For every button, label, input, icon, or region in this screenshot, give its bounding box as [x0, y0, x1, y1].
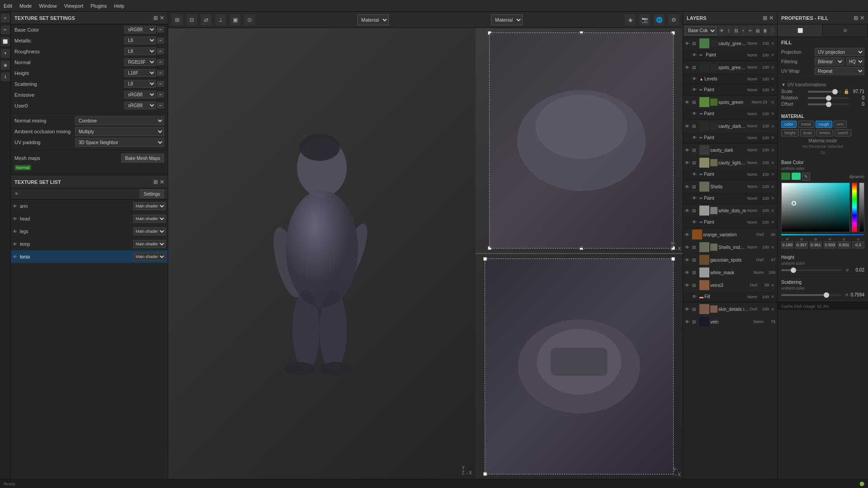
viewport-split[interactable]: Y↑Z→X — [476, 28, 683, 479]
layer-shells-x[interactable]: ✕ — [770, 184, 775, 189]
texture-set-head[interactable]: 👁 head Main shader — [11, 212, 168, 225]
channel-height-format[interactable]: L16F — [124, 69, 156, 77]
layer-vein[interactable]: 👁 ▤ vein Norm 79 — [683, 315, 777, 328]
ao-mixing-select[interactable]: Multiply — [75, 127, 164, 136]
eye-wd[interactable]: 👁 — [685, 208, 691, 213]
texture-set-list-pin[interactable]: ⊞ — [153, 179, 158, 185]
layer-shells-instance[interactable]: 👁 ▤ Shells_instance inst. Norm 100 ✕ — [683, 241, 777, 253]
channel-scattering-format[interactable]: L8 — [124, 80, 156, 88]
torso-shader-select[interactable]: Main shader — [133, 253, 166, 261]
eye-gs[interactable]: 👁 — [685, 258, 691, 263]
layers-close[interactable]: ✕ — [769, 15, 774, 21]
prop-tab-settings[interactable]: ⚙ — [823, 24, 868, 37]
filtering-select1[interactable]: Bilinear — [815, 57, 844, 66]
paint-x-clm[interactable]: ✕ — [770, 172, 775, 177]
paint-sgm[interactable]: 👁 ✏ Paint Norm 100 ✕ — [683, 84, 777, 95]
layer-veins3[interactable]: 👁 ▤ veins3 Ovrl 58 ✕ — [683, 279, 777, 291]
eye-paint-clm[interactable]: 👁 — [692, 172, 698, 177]
pin-icon[interactable]: ⊞ — [153, 15, 158, 21]
handle-bl-tr[interactable] — [671, 257, 675, 261]
viewport-icon-record[interactable]: ⊙ — [244, 14, 255, 25]
eye-shells[interactable]: 👁 — [685, 184, 691, 189]
rotation-thumb[interactable] — [826, 95, 831, 101]
eye-paint-cdm[interactable]: 👁 — [692, 135, 698, 140]
channel-roughness-minus[interactable]: − — [157, 48, 164, 54]
legs-shader-select[interactable]: Main shader — [133, 227, 166, 235]
layer-clm-x[interactable]: ✕ — [770, 160, 775, 165]
layer-orange-variation[interactable]: 👁 orange_variation Ovrl 40 — [683, 228, 777, 241]
channel-metallic-minus[interactable]: − — [157, 38, 164, 43]
eye-ov[interactable]: 👁 — [685, 232, 691, 237]
creature-3d-viewport[interactable]: YZ→X — [168, 28, 476, 479]
layer-cavity-green-x[interactable]: ✕ — [770, 41, 775, 46]
menu-window[interactable]: Window — [39, 3, 57, 9]
offset-thumb[interactable] — [826, 102, 831, 107]
viewport-icon-align[interactable]: ⊥ — [215, 14, 226, 25]
eye-paint-sg[interactable]: 👁 — [692, 111, 698, 116]
menu-edit[interactable]: Edit — [4, 3, 12, 9]
layers-scroll[interactable]: 👁 ▤ cavity_green_mask Norm 100 ✕ 👁 ✏ Pai… — [683, 37, 777, 479]
paint-x-shells[interactable]: ✕ — [770, 196, 775, 201]
channel-height-minus[interactable]: − — [157, 70, 164, 76]
lock-icon[interactable]: 🔒 — [844, 89, 849, 94]
layer-cavity-dark[interactable]: 👁 ▤ cavity_dark Norm 100 ✕ — [683, 144, 777, 156]
h-input[interactable] — [824, 241, 836, 249]
viewport-split-bottom[interactable]: Y↑→X — [476, 254, 683, 479]
g-input[interactable] — [795, 241, 807, 249]
head-shader-select[interactable]: Main shader — [133, 215, 166, 223]
eye-v3[interactable]: 👁 — [685, 283, 691, 288]
layer-skin-details[interactable]: 👁 ▤ skin_details instance Ovrl 100 ✕ — [683, 303, 777, 315]
eye-icon-temp[interactable]: 👁 — [13, 242, 19, 247]
channel-user0-minus[interactable]: − — [157, 103, 164, 108]
paint-clm[interactable]: 👁 ✏ Paint Norm 100 ✕ — [683, 169, 777, 180]
b-input[interactable] — [810, 241, 822, 249]
left-icon-info[interactable]: ℹ — [1, 72, 10, 81]
texture-set-temp[interactable]: 👁 temp Main shader — [11, 238, 168, 250]
scattering-thumb[interactable] — [824, 292, 829, 298]
bake-mesh-maps-button[interactable]: Bake Mesh Maps — [121, 154, 164, 163]
fill-v3[interactable]: 👁 ▬ Fill Norm 100 ✕ — [683, 291, 777, 302]
paint-shells[interactable]: 👁 ✏ Paint Norm 100 ✕ — [683, 193, 777, 204]
alpha-bar[interactable] — [859, 183, 864, 232]
channel-emissive-format[interactable]: sRGB8 — [124, 91, 156, 99]
paint-levels-sgm[interactable]: 👁 ▲ Levels Norm 100 ✕ — [683, 74, 777, 84]
viewport-icon-grid9[interactable]: ⊟ — [186, 14, 197, 25]
handle-bl-bl[interactable] — [483, 472, 487, 476]
layers-tool-add-group[interactable]: ▤ — [755, 27, 761, 35]
viewport-icon-render[interactable]: ◈ — [625, 14, 636, 25]
chip-user0[interactable]: user0 — [835, 129, 851, 136]
paint-x-wd[interactable]: ✕ — [770, 220, 775, 225]
layer-si-x[interactable]: ✕ — [770, 245, 775, 250]
channel-base-color-format[interactable]: sRGB8 — [124, 26, 156, 33]
viewport-material-select-right[interactable]: Material — [491, 14, 523, 25]
layer-cavity-dark-mask[interactable]: 👁 ▤ cavity_dark_mask Norm 100 ✕ — [683, 120, 777, 132]
viewport-icon-camera[interactable]: 📷 — [639, 14, 650, 25]
layers-tool-eye[interactable]: 👁 — [718, 27, 725, 35]
viewport-material-select-left[interactable]: Material — [357, 14, 389, 25]
eye-clm[interactable]: 👁 — [685, 160, 691, 165]
eye-icon-head[interactable]: 👁 — [13, 216, 19, 221]
uv-transform-chevron[interactable]: ▼ — [781, 82, 786, 87]
eye-wm[interactable]: 👁 — [685, 270, 691, 275]
eyedropper-button[interactable]: ✎ — [802, 173, 810, 181]
viewport-main[interactable]: YZ→X — [168, 28, 683, 479]
eye-icon-legs[interactable]: 👁 — [13, 229, 19, 234]
temp-shader-select[interactable]: Main shader — [133, 240, 166, 248]
layer-spots-green[interactable]: 👁 ▤ spots_green Norm 23 ✕ — [683, 96, 777, 108]
layer-shells[interactable]: 👁 ▤ Shells Norm 100 ✕ — [683, 180, 777, 193]
prop-pin[interactable]: ⊞ — [854, 15, 858, 21]
color-gradient-main[interactable]: + — [781, 183, 850, 232]
paint-cavity-green[interactable]: 👁 ✏ Paint Norm 100 ✕ — [683, 50, 777, 61]
layers-tool-more[interactable]: ⋮ — [769, 27, 775, 35]
viewport-split-top[interactable]: Y↑Z→X — [476, 28, 683, 254]
paint-x-sgm[interactable]: ✕ — [770, 87, 775, 92]
paint-cdm[interactable]: 👁 ✏ Paint Norm 100 ✕ — [683, 132, 777, 143]
texture-set-legs[interactable]: 👁 legs Main shader — [11, 225, 168, 238]
left-icon-textures[interactable]: ⬜ — [1, 37, 10, 46]
channel-user0-format[interactable]: sRGB8 — [124, 102, 156, 109]
r-input[interactable] — [781, 241, 793, 249]
eye-cavity-green[interactable]: 👁 — [685, 41, 691, 46]
menu-help[interactable]: Help — [114, 3, 124, 9]
chip-height[interactable]: height — [781, 129, 799, 136]
paint-x-cg[interactable]: ✕ — [770, 52, 775, 57]
